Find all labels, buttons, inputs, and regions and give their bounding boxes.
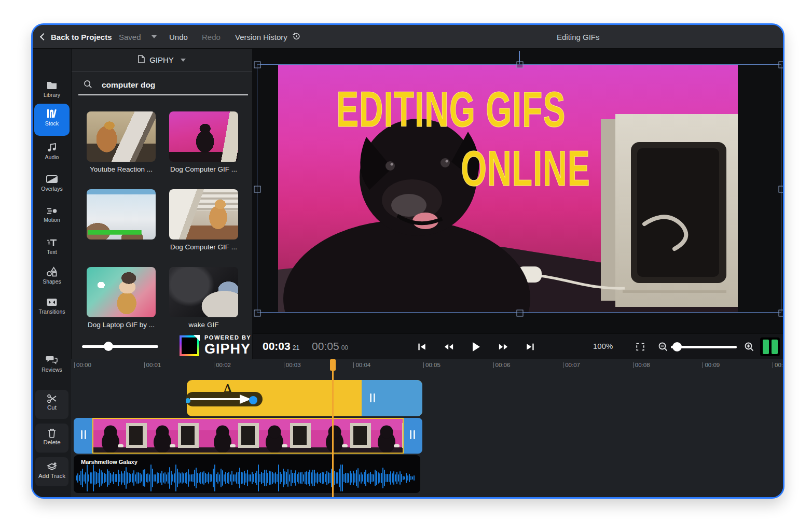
sidebar-item-label: Reviews (33, 367, 71, 373)
timeline-zoom-slider[interactable] (671, 346, 737, 348)
ruler-tick (284, 362, 284, 368)
sidebar-item-text[interactable]: Text (33, 238, 71, 255)
skip-to-start-button[interactable] (411, 338, 431, 356)
selection-handle[interactable] (779, 310, 785, 317)
sidebar-item-motion[interactable]: Motion (33, 207, 71, 223)
ruler-label: 00:06 (496, 362, 511, 368)
sidebar-item-overlays[interactable]: Overlays (33, 175, 71, 192)
text-clip-transition-segment[interactable] (362, 380, 422, 416)
back-to-projects-button[interactable]: Back to Projects (41, 25, 112, 49)
player-controls-bar: 00:03 21 00:05 00 100% (253, 333, 785, 359)
skip-to-end-button[interactable] (520, 338, 540, 356)
stock-result-thumbnail-screen[interactable] (87, 189, 156, 240)
playing-indicator-button[interactable] (760, 337, 780, 356)
total-time: 00:05 (312, 340, 339, 353)
zoom-in-icon[interactable] (739, 338, 759, 356)
fullscreen-button[interactable] (630, 338, 650, 356)
sidebar-item-library[interactable]: Library (33, 80, 71, 98)
stock-result-thumbnail-pug[interactable] (169, 111, 238, 162)
sidebar-item-label: Shapes (33, 278, 71, 285)
timeline[interactable]: 00:0000:0100:0200:0300:0400:0500:0600:07… (71, 359, 785, 499)
text-clip[interactable]: A (187, 380, 422, 416)
stock-result-thumbnail-yt[interactable] (87, 111, 156, 162)
filmstrip-frame (318, 418, 374, 454)
stock-result-label: Dog Computer GIF ... (161, 165, 246, 173)
ruler-label: 00:00 (76, 362, 91, 368)
video-clip[interactable] (74, 418, 422, 454)
tool-add-track-button[interactable]: Add Track (35, 457, 68, 486)
fast-forward-button[interactable] (493, 338, 513, 356)
stock-result-label: Dog Computer GIF ... (161, 243, 246, 251)
sidebar-item-label: Overlays (33, 186, 71, 192)
ruler-tick (353, 362, 354, 368)
tool-label: Cut (35, 404, 68, 411)
sidebar-item-shapes[interactable]: Shapes (33, 266, 71, 285)
stock-provider-header[interactable]: GIPHY (72, 49, 252, 72)
playhead-handle[interactable] (330, 359, 336, 371)
left-sidebar: LibraryStockAudioOverlaysMotionTextShape… (33, 49, 71, 497)
play-button[interactable] (466, 338, 486, 356)
stock-result-thumbnail-wake[interactable] (169, 267, 238, 317)
tool-delete-button[interactable]: Delete (35, 424, 68, 453)
audio-clip[interactable]: Marshmellow Galaxy (74, 455, 420, 493)
gif-layer[interactable]: EDITING GIFS ONLINE (278, 64, 738, 313)
timeline-zoom-knob[interactable] (672, 342, 682, 351)
search-input[interactable] (102, 80, 226, 90)
total-frames: 00 (341, 344, 348, 351)
pause-bar-icon (772, 340, 778, 354)
trim-handle-right[interactable] (403, 418, 422, 454)
zoom-out-icon[interactable] (653, 338, 673, 356)
text-animation-bar[interactable] (186, 392, 263, 406)
delete-icon (35, 428, 68, 438)
sidebar-item-transitions[interactable]: Transitions (33, 298, 71, 315)
reviews-icon (33, 355, 71, 365)
project-title: Editing GIFs (557, 25, 600, 49)
selection-handle[interactable] (254, 62, 261, 68)
trim-handle-left[interactable] (74, 418, 93, 454)
shapes-icon (33, 266, 71, 277)
stock-result-label: Dog Laptop GIF by ... (78, 321, 164, 329)
selection-handle[interactable] (516, 310, 523, 317)
undo-button[interactable]: Undo (169, 25, 188, 49)
selection-handle[interactable] (254, 310, 261, 317)
sidebar-item-stock[interactable]: Stock (34, 104, 70, 136)
app-window: Back to Projects Saved Undo Redo Version… (31, 23, 785, 499)
size-slider-track[interactable] (82, 345, 158, 348)
saved-dropdown-button[interactable] (152, 25, 157, 49)
canvas-zoom-level[interactable]: 100% (593, 342, 613, 350)
ruler-tick (703, 362, 703, 368)
sidebar-item-reviews[interactable]: Reviews (33, 355, 71, 373)
ruler-label: 00:02 (216, 362, 231, 368)
stock-result-label: Youtube Reaction ... (78, 165, 164, 173)
rewind-button[interactable] (439, 338, 459, 356)
ruler-label: 00:01 (146, 362, 161, 368)
stock-result-thumbnail-laptop[interactable] (87, 267, 156, 317)
size-slider-knob[interactable] (104, 342, 113, 351)
cut-icon (35, 394, 68, 403)
timecode-display: 00:03 21 00:05 00 (263, 340, 348, 353)
overlays-icon (33, 175, 71, 184)
ruler-label: 00:08 (635, 362, 650, 368)
keyframe-dot[interactable] (249, 396, 257, 404)
selection-handle[interactable] (516, 62, 523, 68)
version-history-button[interactable]: Version History (235, 25, 301, 49)
sidebar-item-audio[interactable]: Audio (33, 142, 71, 160)
filmstrip-frame (205, 418, 262, 454)
video-filmstrip[interactable] (93, 418, 403, 454)
svg-text:ONLINE: ONLINE (461, 140, 590, 196)
sidebar-item-label: Motion (33, 217, 71, 223)
selection-handle[interactable] (779, 62, 785, 68)
ruler-label: 00:09 (705, 362, 720, 368)
ruler-tick (74, 362, 75, 368)
selection-handle[interactable] (779, 186, 785, 192)
audio-waveform (76, 466, 418, 490)
ruler-label: 00:04 (355, 362, 370, 368)
chevron-down-icon (152, 35, 157, 38)
top-bar: Back to Projects Saved Undo Redo Version… (33, 25, 783, 49)
tool-cut-button[interactable]: Cut (35, 390, 68, 419)
stock-result-thumbnail-shiba[interactable] (169, 189, 238, 240)
add-track-icon (35, 461, 68, 472)
current-frames: 21 (293, 344, 299, 351)
selection-handle[interactable] (254, 186, 261, 192)
redo-button[interactable]: Redo (202, 25, 221, 49)
